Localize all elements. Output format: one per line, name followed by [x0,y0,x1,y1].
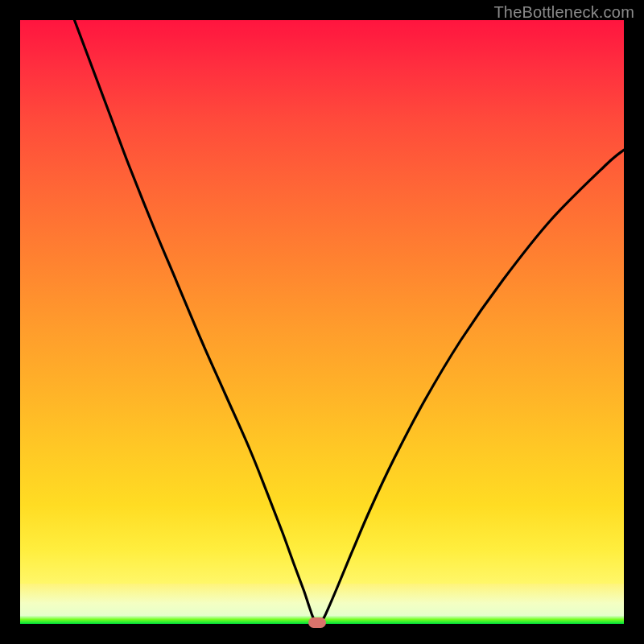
optimal-marker [308,617,326,628]
bottleneck-curve [20,20,624,624]
plot-area [20,20,624,624]
outer-frame: TheBottleneck.com [0,0,644,644]
watermark-text: TheBottleneck.com [493,3,634,22]
curve-path [75,20,625,621]
